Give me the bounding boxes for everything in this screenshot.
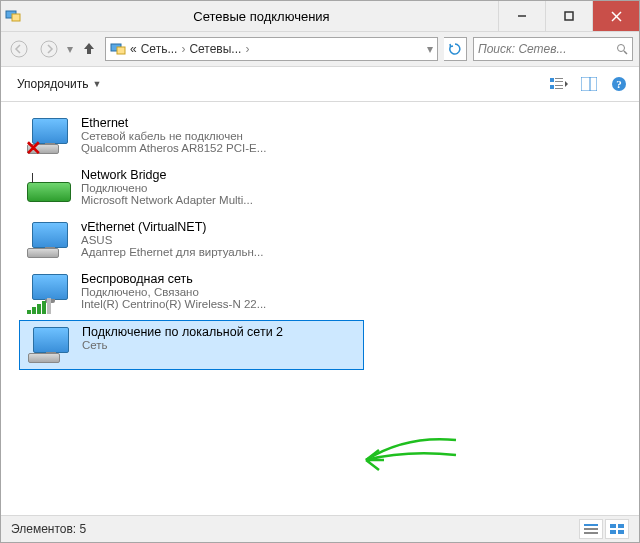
preview-pane-button[interactable] bbox=[579, 74, 599, 94]
forward-button[interactable] bbox=[37, 37, 61, 61]
svg-text:?: ? bbox=[616, 78, 622, 90]
network-bridge-icon bbox=[25, 168, 73, 208]
network-adapter-icon bbox=[26, 325, 74, 365]
svg-rect-24 bbox=[584, 532, 598, 534]
svg-point-10 bbox=[618, 45, 625, 52]
chevron-right-icon: › bbox=[181, 42, 185, 56]
breadcrumb-2[interactable]: Сетевы... bbox=[189, 42, 241, 56]
connection-name: Network Bridge bbox=[81, 168, 358, 182]
connection-name: Беспроводная сеть bbox=[81, 272, 358, 286]
svg-rect-27 bbox=[610, 530, 616, 534]
recent-dropdown-icon[interactable]: ▾ bbox=[67, 42, 73, 56]
svg-rect-1 bbox=[12, 14, 20, 21]
connection-status: Сетевой кабель не подключен bbox=[81, 130, 358, 142]
search-icon bbox=[616, 43, 628, 55]
svg-point-6 bbox=[11, 41, 27, 57]
search-input[interactable]: Поиск: Сетев... bbox=[473, 37, 633, 61]
minimize-button[interactable] bbox=[498, 1, 545, 31]
title-bar: Сетевые подключения bbox=[1, 1, 639, 32]
svg-rect-14 bbox=[555, 81, 563, 82]
connection-name: Подключение по локальной сети 2 bbox=[82, 325, 357, 339]
organize-label: Упорядочить bbox=[17, 77, 88, 91]
location-icon bbox=[110, 41, 126, 57]
connection-status: Подключено, Связано bbox=[81, 286, 358, 298]
command-bar: Упорядочить ▼ ? bbox=[1, 67, 639, 102]
connection-device: Адаптер Ethernet для виртуальн... bbox=[81, 246, 358, 258]
close-button[interactable] bbox=[592, 1, 639, 31]
maximize-button[interactable] bbox=[545, 1, 592, 31]
connection-item[interactable]: Network Bridge Подключено Microsoft Netw… bbox=[19, 164, 364, 212]
window-controls bbox=[498, 1, 639, 31]
connection-device: Microsoft Network Adapter Multi... bbox=[81, 194, 358, 206]
status-bar: Элементов: 5 bbox=[1, 515, 639, 542]
connection-status: Подключено bbox=[81, 182, 358, 194]
search-placeholder: Поиск: Сетев... bbox=[478, 42, 567, 56]
connections-list: ✕ Ethernet Сетевой кабель не подключен Q… bbox=[1, 102, 639, 515]
chevron-down-icon: ▼ bbox=[92, 79, 101, 89]
connection-item[interactable]: Беспроводная сеть Подключено, Связано In… bbox=[19, 268, 364, 316]
network-adapter-icon bbox=[25, 220, 73, 260]
wifi-adapter-icon bbox=[25, 272, 73, 312]
crumb-prefix: « bbox=[130, 42, 137, 56]
help-button[interactable]: ? bbox=[609, 74, 629, 94]
svg-rect-3 bbox=[565, 12, 573, 20]
organize-menu[interactable]: Упорядочить ▼ bbox=[11, 73, 107, 95]
breadcrumb-1[interactable]: Сеть... bbox=[141, 42, 178, 56]
network-adapter-disconnected-icon: ✕ bbox=[25, 116, 73, 156]
svg-rect-16 bbox=[555, 85, 563, 86]
up-button[interactable] bbox=[79, 41, 99, 58]
svg-rect-18 bbox=[581, 77, 597, 91]
svg-rect-13 bbox=[555, 78, 563, 79]
svg-rect-17 bbox=[555, 88, 563, 89]
connection-item[interactable]: vEthernet (VirtualNET) ASUS Адаптер Ethe… bbox=[19, 216, 364, 264]
chevron-right-icon: › bbox=[245, 42, 249, 56]
connection-item[interactable]: Подключение по локальной сети 2 Сеть bbox=[19, 320, 364, 370]
annotation-arrow-icon bbox=[346, 430, 466, 490]
svg-rect-9 bbox=[117, 47, 125, 54]
connection-name: Ethernet bbox=[81, 116, 358, 130]
connection-name: vEthernet (VirtualNET) bbox=[81, 220, 358, 234]
nav-bar: ▾ « Сеть... › Сетевы... › ▾ Поиск: Сетев… bbox=[1, 32, 639, 67]
svg-rect-15 bbox=[550, 85, 554, 89]
back-button[interactable] bbox=[7, 37, 31, 61]
details-view-button[interactable] bbox=[579, 519, 603, 539]
refresh-button[interactable] bbox=[444, 37, 467, 61]
app-icon bbox=[1, 8, 25, 24]
connection-device: Сеть bbox=[82, 339, 357, 351]
window-title: Сетевые подключения bbox=[25, 9, 498, 24]
svg-rect-26 bbox=[618, 524, 624, 528]
explorer-window: Сетевые подключения ▾ « Сеть... › Сетевы… bbox=[0, 0, 640, 543]
view-options-button[interactable] bbox=[549, 74, 569, 94]
svg-rect-12 bbox=[550, 78, 554, 82]
connection-item[interactable]: ✕ Ethernet Сетевой кабель не подключен Q… bbox=[19, 112, 364, 160]
address-bar[interactable]: « Сеть... › Сетевы... › ▾ bbox=[105, 37, 438, 61]
svg-point-7 bbox=[41, 41, 57, 57]
svg-rect-23 bbox=[584, 528, 598, 530]
icons-view-button[interactable] bbox=[605, 519, 629, 539]
svg-rect-25 bbox=[610, 524, 616, 528]
svg-rect-28 bbox=[618, 530, 624, 534]
svg-rect-22 bbox=[584, 524, 598, 526]
connection-device: Intel(R) Centrino(R) Wireless-N 22... bbox=[81, 298, 358, 310]
item-count-label: Элементов: bbox=[11, 522, 76, 536]
item-count-value: 5 bbox=[80, 522, 87, 536]
address-dropdown-icon[interactable]: ▾ bbox=[427, 42, 433, 56]
svg-line-11 bbox=[624, 51, 627, 54]
connection-status: ASUS bbox=[81, 234, 358, 246]
connection-device: Qualcomm Atheros AR8152 PCI-E... bbox=[81, 142, 358, 154]
